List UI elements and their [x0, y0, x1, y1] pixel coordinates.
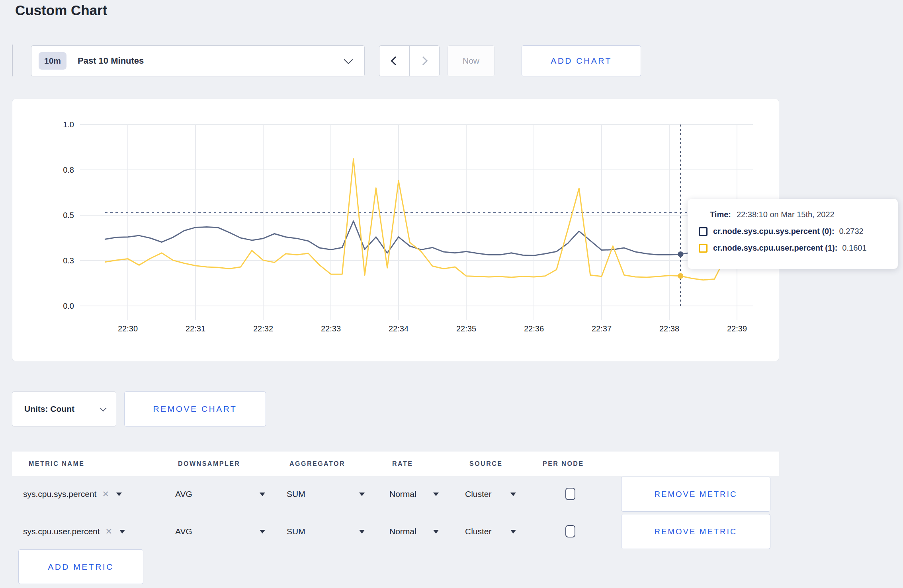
remove-metric-button[interactable]: REMOVE METRIC — [621, 477, 770, 512]
caret-down-icon[interactable] — [116, 493, 122, 496]
downsampler-select[interactable]: AVG — [175, 477, 192, 512]
svg-text:22:35: 22:35 — [456, 324, 476, 333]
svg-text:22:38: 22:38 — [659, 324, 679, 333]
caret-down-icon — [359, 493, 365, 496]
metric-name-cell: sys.cpu.sys.percent ✕ — [23, 477, 122, 512]
per-node-checkbox[interactable] — [565, 488, 575, 500]
time-window-label: Past 10 Minutes — [78, 56, 144, 66]
svg-text:22:33: 22:33 — [321, 324, 341, 333]
metric-name: sys.cpu.user.percent — [23, 527, 100, 536]
caret-down-icon — [433, 493, 439, 496]
units-label: Units: Count — [24, 404, 74, 414]
add-chart-button[interactable]: ADD CHART — [522, 45, 641, 76]
svg-text:0.3: 0.3 — [63, 256, 74, 265]
aggregator-select[interactable]: SUM — [287, 514, 305, 549]
aggregator-caret[interactable] — [359, 514, 365, 549]
source-select[interactable]: Cluster — [465, 514, 492, 549]
aggregator-caret[interactable] — [359, 477, 365, 512]
time-window-badge: 10m — [39, 52, 66, 70]
rate-select[interactable]: Normal — [389, 477, 416, 512]
custom-chart-page: Custom Chart 10m Past 10 Minutes Now ADD… — [0, 0, 903, 588]
source-select[interactable]: Cluster — [465, 477, 492, 512]
svg-text:0.0: 0.0 — [63, 302, 74, 310]
svg-text:0.8: 0.8 — [63, 165, 74, 174]
downsampler-caret[interactable] — [260, 477, 265, 512]
add-metric-button[interactable]: ADD METRIC — [18, 549, 143, 584]
cpu-line-chart[interactable]: 0.00.30.50.81.022:3022:3122:3222:3322:34… — [12, 99, 779, 361]
rate-caret[interactable] — [433, 477, 439, 512]
caret-down-icon — [510, 530, 516, 533]
col-header-metric-name: METRIC NAME — [29, 452, 84, 476]
tooltip-series-label: cr.node.sys.cpu.user.percent (1): — [713, 243, 837, 253]
caret-down-icon — [260, 530, 265, 533]
chevron-down-icon — [100, 405, 107, 412]
tooltip-series-row: cr.node.sys.cpu.sys.percent (0): 0.2732 — [699, 227, 888, 236]
chevron-left-icon — [391, 56, 400, 66]
svg-text:22:36: 22:36 — [524, 324, 544, 333]
chevron-right-icon — [418, 56, 428, 66]
tooltip-time-value: 22:38:10 on Mar 15th, 2022 — [737, 210, 835, 219]
per-node-checkbox[interactable] — [565, 525, 575, 537]
metrics-table-header: METRIC NAME DOWNSAMPLER AGGREGATOR RATE … — [12, 452, 779, 476]
col-header-source: SOURCE — [469, 452, 502, 476]
toolbar-divider — [12, 45, 13, 76]
page-title: Custom Chart — [15, 2, 107, 18]
metric-name-cell: sys.cpu.user.percent ✕ — [23, 514, 125, 549]
units-select[interactable]: Units: Count — [12, 391, 116, 426]
svg-text:1.0: 1.0 — [63, 120, 74, 129]
user-series-legend-icon — [699, 244, 708, 253]
metric-row: sys.cpu.user.percent ✕ AVG SUM Normal Cl… — [12, 514, 779, 549]
time-step-buttons — [379, 45, 440, 76]
now-button[interactable]: Now — [448, 45, 494, 76]
svg-text:0.5: 0.5 — [63, 211, 74, 220]
col-header-downsampler: DOWNSAMPLER — [178, 452, 240, 476]
downsampler-select[interactable]: AVG — [175, 514, 192, 549]
caret-down-icon — [260, 493, 265, 496]
svg-text:22:31: 22:31 — [186, 324, 205, 333]
caret-down-icon — [359, 530, 365, 533]
metric-name: sys.cpu.sys.percent — [23, 489, 96, 499]
rate-caret[interactable] — [433, 514, 439, 549]
source-caret[interactable] — [510, 477, 516, 512]
downsampler-caret[interactable] — [260, 514, 265, 549]
svg-text:22:39: 22:39 — [727, 324, 747, 333]
source-caret[interactable] — [510, 514, 516, 549]
svg-text:22:30: 22:30 — [118, 324, 138, 333]
chart-card: 0.00.30.50.81.022:3022:3122:3222:3322:34… — [12, 99, 779, 361]
col-header-per-node: PER NODE — [543, 452, 584, 476]
tooltip-time: Time:22:38:10 on Mar 15th, 2022 — [699, 210, 888, 219]
prev-time-button[interactable] — [379, 46, 410, 76]
chevron-down-icon — [344, 55, 353, 64]
tooltip-series-label: cr.node.sys.cpu.sys.percent (0): — [713, 227, 835, 236]
aggregator-select[interactable]: SUM — [287, 477, 305, 512]
time-range-select[interactable]: 10m Past 10 Minutes — [31, 45, 365, 76]
caret-down-icon — [510, 493, 516, 496]
col-header-aggregator: AGGREGATOR — [289, 452, 345, 476]
tooltip-series-row: cr.node.sys.cpu.user.percent (1): 0.1601 — [699, 243, 888, 253]
x-icon[interactable]: ✕ — [106, 527, 113, 536]
caret-down-icon[interactable] — [119, 530, 125, 533]
x-icon[interactable]: ✕ — [102, 489, 109, 499]
svg-text:22:37: 22:37 — [592, 324, 612, 333]
tooltip-time-label: Time: — [710, 210, 731, 219]
rate-select[interactable]: Normal — [389, 514, 416, 549]
sys-series-legend-icon — [699, 227, 708, 236]
remove-metric-button[interactable]: REMOVE METRIC — [621, 514, 770, 549]
svg-text:22:32: 22:32 — [253, 324, 273, 333]
svg-text:22:34: 22:34 — [389, 324, 408, 333]
metric-row: sys.cpu.sys.percent ✕ AVG SUM Normal Clu… — [12, 477, 779, 512]
caret-down-icon — [433, 530, 439, 533]
col-header-rate: RATE — [392, 452, 413, 476]
chart-tooltip: Time:22:38:10 on Mar 15th, 2022 cr.node.… — [688, 199, 898, 269]
remove-chart-button[interactable]: REMOVE CHART — [124, 391, 266, 426]
tooltip-series-value: 0.2732 — [839, 227, 864, 236]
next-time-button[interactable] — [410, 46, 440, 76]
tooltip-series-value: 0.1601 — [842, 243, 866, 253]
